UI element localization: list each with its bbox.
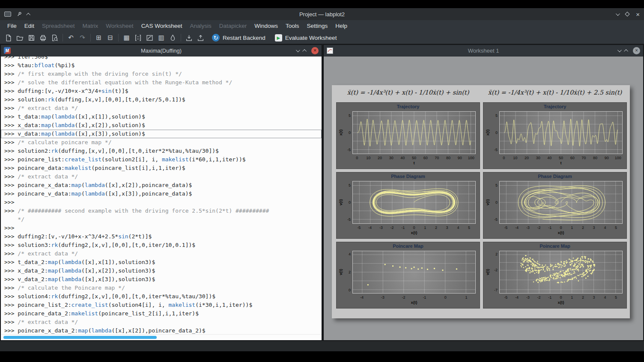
menu-tools[interactable]: Tools	[282, 21, 303, 31]
plot-poincare-1[interactable]: Poincare Map420-4-3-2-101v(t)x(t)	[336, 242, 480, 309]
insert-text-entry-icon[interactable]: ⊟	[104, 33, 116, 43]
code-line[interactable]: >>>	[1, 224, 322, 232]
y-axis-label: v(t)	[338, 181, 343, 224]
code-line[interactable]: */	[1, 215, 322, 224]
menu-help[interactable]: Help	[331, 21, 351, 31]
worksheet-page[interactable]: ẍ(t) = -1/4x³(t) + x(t) - 1/10ẋ(t) + sin…	[332, 85, 630, 318]
code-line[interactable]: >>> /* extract data */	[1, 249, 322, 258]
new-note-icon[interactable]: ▥	[155, 33, 167, 43]
code-line[interactable]: >>> t_data:map(lambda([x],x[1]),solution…	[1, 113, 322, 121]
close-icon[interactable]: ×	[636, 11, 640, 18]
code-line[interactable]: >>> /* extract data */	[1, 104, 322, 113]
cas-restore-icon[interactable]	[302, 49, 307, 53]
code-line[interactable]: >>> duffing2:[v,-v/10+x-x^3/4+2.5*sin(2*…	[1, 232, 322, 241]
menu-edit[interactable]: Edit	[21, 21, 38, 31]
code-line[interactable]: >>> /* ########## second example with th…	[1, 207, 322, 215]
code-line[interactable]: >>> /* extract data */	[1, 318, 322, 326]
open-document-icon[interactable]	[14, 33, 26, 43]
menu-windows[interactable]: Windows	[250, 21, 282, 31]
x-axis-label: x(t)	[352, 230, 476, 235]
new-worksheet-icon[interactable]	[144, 33, 155, 43]
worksheet-minimize-icon[interactable]	[617, 48, 622, 52]
cas-horizontal-scrollbar[interactable]	[1, 334, 322, 340]
maximize-icon[interactable]	[625, 12, 630, 16]
plot-phase-2[interactable]: Phase Diagram50-5-5-4-3-2-1012345v(t)x(t…	[483, 172, 627, 239]
worksheet-restore-icon[interactable]	[624, 49, 628, 53]
menu-file[interactable]: File	[3, 21, 21, 31]
undo-icon[interactable]: ↶	[65, 33, 77, 43]
x-tick-label: 60	[419, 156, 432, 160]
code-line[interactable]: >>> %tau:bfloat(%pi)$	[1, 61, 322, 70]
code-line[interactable]: >>> t_data_2:map(lambda([x],x[1]),soluti…	[1, 258, 322, 267]
code-line[interactable]: >>> poincare_data:makelist(poincare_list…	[1, 164, 322, 172]
code-line[interactable]: >>> solution2:rk(duffing,[x,v],[0,0],[t,…	[1, 147, 322, 155]
insert-command-entry-icon[interactable]: ⊞	[93, 33, 104, 43]
window-titlebar[interactable]: Project — labplot2 ×	[0, 8, 644, 20]
code-line[interactable]: >>> solution4:rk(duffing2,[x,v],[0,0],[t…	[1, 292, 322, 301]
x-tick-label: -4	[355, 295, 368, 300]
menu-spreadsheet: Spreadsheet	[38, 21, 79, 31]
equation-label-1: ẍ(t) = -1/4x³(t) + x(t) - 1/10ẋ(t) + sin…	[336, 89, 480, 96]
print-preview-icon[interactable]	[49, 33, 60, 43]
code-line[interactable]: >>> /* extract data */	[1, 172, 322, 181]
code-line[interactable]: >>> duffing:[v,-v/10+x-x^3/4+sin(t)]$	[1, 87, 322, 95]
restart-backend-button[interactable]: ↻ Restart Backend	[208, 33, 269, 42]
mdi-area: M Maxima(Duffing) × >>> iter:500$>>> %ta…	[0, 44, 644, 341]
new-spreadsheet-icon[interactable]: ▦	[121, 33, 132, 43]
new-document-icon[interactable]	[3, 33, 14, 43]
y-axis-label: v(t)	[485, 181, 490, 224]
code-line[interactable]: >>> /* calculate the Poincare map */	[1, 284, 322, 292]
code-line[interactable]: >>> solution:rk(duffing,[x,v],[0,0],[t,0…	[1, 95, 322, 104]
worksheet-canvas[interactable]: ẍ(t) = -1/4x³(t) + x(t) - 1/10ẋ(t) + sin…	[324, 56, 643, 340]
equation-label-2: ẍ(t) = -1/4x³(t) + x(t) - 1/10ẋ(t) + 2.5…	[483, 89, 627, 96]
export-data-icon[interactable]	[195, 33, 206, 43]
code-line[interactable]: >>> iter:500$	[1, 56, 322, 61]
x-tick-label: 10	[362, 156, 375, 160]
save-document-icon[interactable]	[26, 33, 37, 43]
x-tick-label: -3	[376, 295, 389, 300]
cas-window-titlebar[interactable]: M Maxima(Duffing) ×	[1, 45, 322, 56]
plot-trajectory-2[interactable]: Trajectory50-50102030405060708090100x(t)…	[483, 102, 627, 169]
code-line[interactable]: >>> /* solve the differential equation w…	[1, 78, 322, 87]
new-matrix-icon[interactable]	[132, 33, 144, 43]
code-line[interactable]: >>> poincare_x_data:map(lambda([x],x[2])…	[1, 181, 322, 190]
code-line[interactable]: >>> poincare_list:create_list(solution2[…	[1, 155, 322, 164]
import-data-icon[interactable]	[183, 33, 195, 43]
cas-close-icon[interactable]: ×	[311, 47, 319, 54]
redo-icon[interactable]: ↷	[77, 33, 88, 43]
toolbar-icons: ↶↷⊞⊟▦▥	[3, 33, 206, 43]
plot-phase-1[interactable]: Phase Diagram50-5-5-4-3-2-1012345v(t)x(t…	[336, 172, 480, 239]
code-line[interactable]: >>> poincare_list_2:create_list(solution…	[1, 301, 322, 309]
x-tick-label: 40	[543, 156, 556, 160]
cas-editor[interactable]: >>> iter:500$>>> %tau:bfloat(%pi)$>>> /*…	[1, 56, 322, 334]
minimize-icon[interactable]	[616, 12, 620, 16]
code-line[interactable]: >>> /* calculate poincare map */	[1, 138, 322, 147]
color-pen-icon[interactable]	[167, 33, 179, 43]
x-tick-label: 0	[439, 295, 452, 300]
x-tick-label: 5	[610, 295, 623, 300]
worksheet-window: Worksheet 1 × ẍ(t) = -1/4x³(t) + x(t) - …	[323, 45, 644, 341]
code-line-current[interactable]: >>> v_data:map(lambda([x],x[3]),solution…	[1, 130, 322, 138]
code-line[interactable]: >>>	[1, 198, 322, 207]
x-tick-label: 10	[509, 156, 522, 160]
code-line[interactable]: >>> /* first example with the driving fo…	[1, 70, 322, 78]
cas-minimize-icon[interactable]	[296, 48, 300, 52]
code-line[interactable]: >>> x_data:map(lambda([x],x[2]),solution…	[1, 121, 322, 130]
plot-trajectory-1[interactable]: Trajectory50-50102030405060708090100x(t)…	[336, 102, 480, 169]
code-line[interactable]: >>> solution3:rk(duffing2,[x,v],[0,0],[t…	[1, 241, 322, 249]
scrollbar-thumb[interactable]	[3, 336, 157, 339]
menu-settings[interactable]: Settings	[303, 21, 332, 31]
evaluate-worksheet-button[interactable]: ▶ Evaluate Worksheet	[271, 33, 341, 42]
code-line[interactable]: >>> poincare_v_data:map(lambda([x],x[3])…	[1, 190, 322, 198]
worksheet-window-titlebar[interactable]: Worksheet 1 ×	[324, 45, 643, 56]
worksheet-close-icon[interactable]: ×	[633, 47, 640, 54]
code-line[interactable]: >>> poincare_x_data_2:map(lambda([x],x[2…	[1, 326, 322, 334]
menu-bar: FileEditSpreadsheetMatrixWorksheetCAS Wo…	[0, 20, 644, 32]
print-icon[interactable]	[37, 33, 49, 43]
code-line[interactable]: >>> poincare_data_2:makelist(poincare_li…	[1, 309, 322, 318]
code-line[interactable]: >>> v_data_2:map(lambda([x],x[3]),soluti…	[1, 275, 322, 284]
y-axis-label: x(t)	[338, 111, 343, 154]
menu-cas-worksheet[interactable]: CAS Worksheet	[137, 21, 186, 31]
plot-poincare-2[interactable]: Poincare Map2-2-7-5-4-3-2-1012345v(t)x(t…	[483, 242, 627, 309]
code-line[interactable]: >>> x_data_2:map(lambda([x],x[2]),soluti…	[1, 267, 322, 275]
